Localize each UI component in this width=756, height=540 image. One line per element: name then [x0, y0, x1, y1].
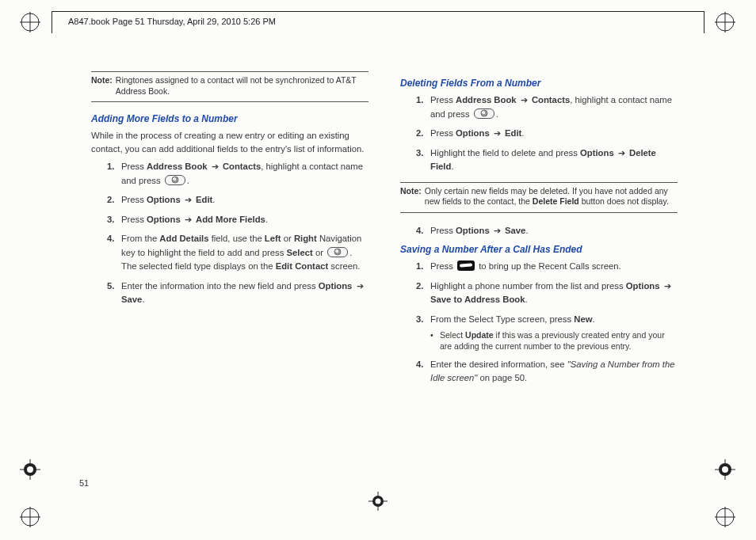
s-step-1: 1. Press to bring up the Recent Calls sc… — [416, 260, 678, 274]
heading-deleting-fields: Deleting Fields From a Number — [400, 78, 678, 89]
step-5: 5. Enter the information into the new fi… — [107, 280, 368, 307]
crop-mark-icon — [715, 12, 735, 32]
step-2: 2. Press Options ➔ Edit. — [107, 193, 368, 207]
intro-text: While in the process of creating a new e… — [91, 129, 368, 155]
sub-bullet-update: Select Update if this was a previously c… — [430, 329, 678, 352]
left-column: Note: Ringtones assigned to a contact wi… — [91, 71, 368, 530]
right-column: Deleting Fields From a Number 1. Press A… — [400, 71, 678, 530]
page-number: 51 — [79, 478, 89, 488]
note-ringtones: Note: Ringtones assigned to a contact wi… — [91, 71, 368, 102]
select-key-icon — [165, 175, 185, 185]
step-3: 3. Press Options ➔ Add More Fields. — [107, 213, 368, 227]
svg-point-15 — [27, 466, 33, 473]
call-key-icon — [457, 260, 475, 271]
crop-header-text: A847.book Page 51 Thursday, April 29, 20… — [68, 17, 276, 26]
step-4: 4. From the Add Details field, use the L… — [107, 232, 368, 274]
crop-mark-icon — [715, 459, 735, 480]
deleting-fields-steps: 1. Press Address Book ➔ Contacts, highli… — [400, 93, 678, 174]
s-step-3: 3. From the Select Type screen, press Ne… — [416, 313, 678, 352]
note-label: Note: — [91, 75, 116, 97]
adding-fields-steps: 1. Press Address Book ➔ Contacts, highli… — [91, 160, 368, 307]
crop-mark-icon — [20, 12, 40, 32]
select-key-icon — [474, 108, 494, 119]
crop-mark-icon — [20, 459, 40, 480]
svg-point-19 — [722, 466, 728, 473]
d-step-2: 2. Press Options ➔ Edit. — [416, 127, 678, 141]
page-content: Note: Ringtones assigned to a contact wi… — [91, 71, 678, 530]
crop-mark-icon — [715, 507, 735, 527]
note-delete-field: Note: Only certain new fields may be del… — [400, 182, 678, 213]
d-step-1: 1. Press Address Book ➔ Contacts, highli… — [416, 93, 678, 121]
heading-saving-number: Saving a Number After a Call Has Ended — [400, 244, 678, 255]
d-step-3: 3. Highlight the field to delete and pre… — [416, 146, 678, 174]
crop-mark-icon — [20, 507, 40, 527]
select-key-icon — [327, 247, 348, 257]
note-label: Note: — [400, 186, 425, 207]
step-1: 1. Press Address Book ➔ Contacts, highli… — [107, 160, 368, 188]
saving-number-steps: 1. Press to bring up the Recent Calls sc… — [400, 260, 678, 385]
s-step-4: 4. Enter the desired information, see "S… — [416, 358, 678, 386]
deleting-fields-steps-cont: 4. Press Options ➔ Save. — [400, 224, 678, 238]
heading-adding-more-fields: Adding More Fields to a Number — [91, 113, 368, 124]
d-step-4: 4. Press Options ➔ Save. — [416, 224, 678, 238]
note-body: Ringtones assigned to a contact will not… — [116, 75, 368, 97]
note-body: Only certain new fields may be deleted. … — [425, 186, 678, 207]
s-step-2: 2. Highlight a phone number from the lis… — [416, 280, 678, 307]
